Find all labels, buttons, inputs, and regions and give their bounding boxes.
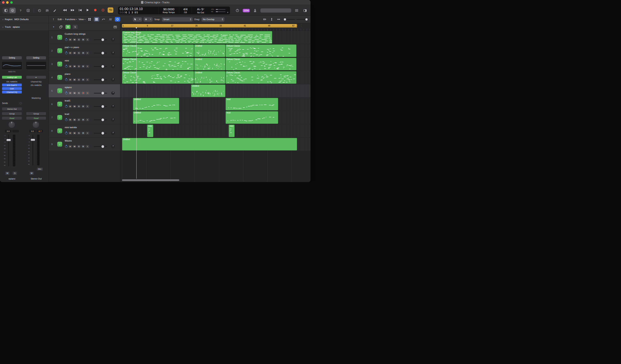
track-input-button[interactable]: I <box>86 52 89 54</box>
vertical-auto-zoom-button[interactable] <box>269 17 274 22</box>
midi-region[interactable]: Untitled <box>122 138 297 151</box>
audio-fx-slot[interactable]: Gain <box>2 87 22 90</box>
library-button[interactable] <box>3 8 9 13</box>
track-record-button[interactable]: R <box>82 145 85 148</box>
track-pan-knob[interactable] <box>111 78 115 81</box>
volume-value[interactable]: 0.0 <box>5 130 12 133</box>
track-solo-button[interactable]: S <box>77 132 81 135</box>
disclosure-icon[interactable]: › <box>2 25 3 29</box>
titlebar[interactable]: Cinema.logicx - Tracks <box>0 0 310 5</box>
track-name[interactable]: lead1 <box>65 99 70 102</box>
track-on-icon[interactable] <box>65 119 68 121</box>
track-volume-slider[interactable] <box>94 80 107 80</box>
track-row[interactable]: 7 ♪ lead H M S R I <box>49 111 120 124</box>
audio-fx-slot[interactable]: Efx AMBIEN <box>2 80 22 83</box>
fader-handle[interactable] <box>31 139 35 141</box>
channel-name[interactable]: epiano <box>2 177 22 180</box>
track-record-button[interactable]: R <box>82 132 85 135</box>
vertical-zoom-thumb[interactable] <box>284 18 286 20</box>
track-pan-knob[interactable] <box>111 38 115 41</box>
minimize-button[interactable] <box>6 1 9 4</box>
track-volume-thumb[interactable] <box>102 92 104 94</box>
track-on-icon[interactable] <box>65 65 68 68</box>
track-row[interactable]: 6 ♪ lead1 H M S R I <box>49 98 120 111</box>
audio-fx-slot[interactable]: Channel EQ <box>26 80 46 83</box>
track-pan-knob[interactable] <box>111 131 115 135</box>
list-view-button[interactable] <box>94 17 99 22</box>
track-pan-knob[interactable] <box>111 51 115 55</box>
track-record-button[interactable]: R <box>82 105 85 108</box>
mute-button[interactable]: M <box>30 172 34 175</box>
track-solo-button[interactable]: S <box>77 78 81 81</box>
pattern-region-button[interactable] <box>108 17 113 22</box>
track-pan-knob[interactable] <box>111 145 115 148</box>
track-hide-button[interactable]: H <box>69 65 72 68</box>
midi-region[interactable]: Untitled <box>133 111 179 124</box>
horizontal-scrollbar[interactable] <box>122 179 179 181</box>
track-volume-thumb[interactable] <box>102 119 104 121</box>
send-knob[interactable] <box>19 102 22 104</box>
track-volume-thumb[interactable] <box>102 132 104 135</box>
mastering-label[interactable]: Mastering <box>26 97 46 99</box>
track-volume-slider[interactable] <box>94 93 107 93</box>
track-row[interactable]: 4 ♪ piano H M S R I <box>49 71 120 84</box>
track-row[interactable]: 5 ♪ epiano H M S R I <box>49 84 120 98</box>
track-name[interactable]: piano <box>65 73 70 75</box>
track-solo-button[interactable]: S <box>77 65 81 68</box>
track-hide-button[interactable]: H <box>69 118 72 121</box>
track-input-button[interactable]: I <box>86 92 89 94</box>
track-input-button[interactable]: I <box>86 38 89 41</box>
waveform-zoom-button[interactable] <box>262 17 267 22</box>
track-input-button[interactable]: I <box>86 145 89 148</box>
count-in-button[interactable]: 1234 <box>243 9 250 12</box>
track-mute-button[interactable]: M <box>73 105 76 108</box>
catch-playhead-button[interactable]: ↑ <box>51 17 56 22</box>
track-volume-thumb[interactable] <box>102 145 104 148</box>
track-record-button[interactable]: R <box>82 65 85 68</box>
track-mute-button[interactable]: M <box>73 78 76 81</box>
hide-tracks-button[interactable]: H <box>66 25 70 29</box>
track-pan-knob[interactable] <box>111 118 115 121</box>
track-volume-slider[interactable] <box>94 120 107 120</box>
grid-view-button[interactable] <box>87 17 92 22</box>
snap-select[interactable]: Smart <box>162 17 193 22</box>
volume-fader[interactable]: 03612182430405060 <box>26 135 46 165</box>
track-hide-button[interactable]: H <box>69 38 72 41</box>
track-hide-button[interactable]: H <box>69 105 72 108</box>
view-menu[interactable]: View▾ <box>79 18 86 20</box>
capture-record-button[interactable] <box>100 7 106 13</box>
cycle-button[interactable] <box>108 7 113 13</box>
eq-thumbnail[interactable] <box>26 62 46 69</box>
sends-row[interactable]: Sends <box>2 102 22 104</box>
close-button[interactable] <box>2 1 4 4</box>
track-row[interactable]: 3 ♪ mini H M S R I <box>49 57 120 71</box>
track-input-button[interactable]: I <box>86 65 89 68</box>
midi-region[interactable]: mini <box>229 124 235 137</box>
zoom-button[interactable] <box>10 1 13 4</box>
track-hide-button[interactable]: H <box>69 52 72 54</box>
disclosure-icon[interactable]: › <box>2 18 3 21</box>
midi-region[interactable]: Deluxe Classic <box>225 44 296 57</box>
track-volume-slider[interactable] <box>94 133 107 134</box>
arrange-area[interactable]: Custom long strings Deluxe Classic Untit… <box>120 31 310 182</box>
group-slot[interactable]: Group <box>26 112 46 115</box>
track-input-button[interactable]: I <box>86 105 89 108</box>
track-input-button[interactable]: I <box>86 78 89 81</box>
midi-region[interactable]: Untitled <box>194 71 225 84</box>
automation-mode-button[interactable]: Read <box>2 117 22 120</box>
track-mute-button[interactable]: M <box>73 65 76 68</box>
bar-ruler[interactable]: 191725334149576444 <box>120 23 310 31</box>
add-track-button[interactable]: + <box>51 25 56 29</box>
track-pan-knob[interactable] <box>111 91 115 95</box>
pan-knob[interactable] <box>33 121 39 128</box>
midi-region[interactable]: Untitled <box>133 98 179 110</box>
track-on-icon[interactable] <box>65 105 68 108</box>
track-on-icon[interactable] <box>65 52 68 54</box>
playhead[interactable] <box>136 31 137 179</box>
toolbar-toggle-button[interactable] <box>25 8 31 13</box>
stereo-format-icon[interactable]: ∞ <box>26 76 46 79</box>
track-hide-button[interactable]: H <box>69 92 72 94</box>
track-row[interactable]: 9 ♪ Waves H M S R I <box>49 138 120 151</box>
fader-handle[interactable] <box>7 139 11 141</box>
tuner-button[interactable] <box>234 8 241 13</box>
